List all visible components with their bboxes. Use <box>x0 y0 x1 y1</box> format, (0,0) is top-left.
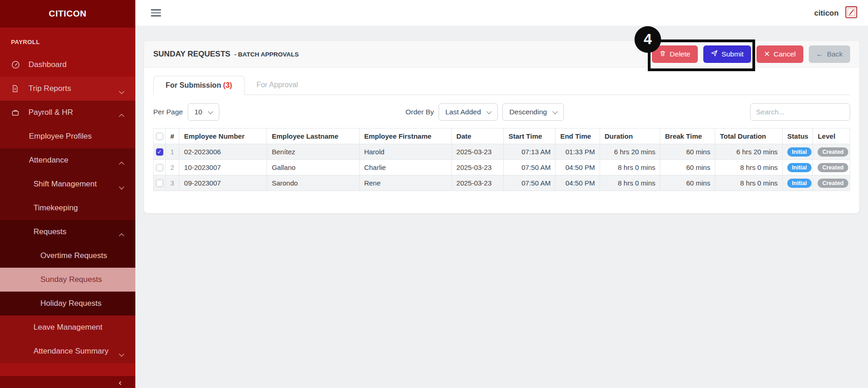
sidebar-item-requests[interactable]: Requests <box>0 220 135 244</box>
sidebar-item-label: Overtime Requests <box>40 251 107 260</box>
sidebar-item-payroll-hr[interactable]: Payroll & HR <box>0 101 135 124</box>
brand-text: CITICON <box>49 9 86 19</box>
order-field-select[interactable]: Last Added <box>439 103 498 121</box>
sidebar-item-overtime-requests[interactable]: Overtime Requests <box>0 244 135 268</box>
chevron-up-icon <box>120 158 123 167</box>
sidebar-item-label: Sunday Requests <box>40 275 102 284</box>
hamburger-menu-button[interactable] <box>151 9 161 17</box>
chevron-down-icon <box>553 109 558 114</box>
card-header: SUNDAY REQUESTS - BATCH APPROVALS Delete <box>144 41 859 67</box>
user-menu[interactable]: citicon <box>814 9 839 17</box>
col-header: Total Duration <box>715 129 783 144</box>
sidebar-item-label: Leave Management <box>33 323 102 332</box>
cell-start-time: 07:13 AM <box>504 144 556 160</box>
send-icon <box>711 50 718 58</box>
submit-button[interactable]: Submit <box>703 45 751 63</box>
cell-start-time: 07:50 AM <box>504 175 556 191</box>
cell-total-duration: 8 hrs 0 mins <box>715 160 783 175</box>
row-checkbox-checked[interactable]: ✓ <box>156 148 163 156</box>
per-page-select[interactable]: 10 <box>188 103 219 121</box>
level-badge: Created <box>818 147 848 157</box>
table-row: 3 09-2023007 Sarondo Rene 2025-03-23 07:… <box>154 175 850 191</box>
col-header: # <box>166 129 179 144</box>
sidebar-item-leave-management[interactable]: Leave Management <box>0 315 135 339</box>
order-direction-select[interactable]: Descending <box>502 103 564 121</box>
signature-logo-icon[interactable] <box>845 6 858 21</box>
sidebar-section-payroll: PAYROLL <box>0 28 135 53</box>
sidebar-item-trip-reports[interactable]: Trip Reports <box>0 77 135 101</box>
cell-date: 2025-03-23 <box>451 175 504 191</box>
briefcase-icon <box>11 108 21 117</box>
tab-for-submission[interactable]: For Submission (3) <box>153 76 245 95</box>
chevron-down-icon <box>120 182 123 191</box>
sidebar-item-label: Timekeeping <box>33 203 78 213</box>
sidebar-item-label: Employee Profiles <box>29 132 92 141</box>
col-header: Status <box>783 129 813 144</box>
cell-duration: 8 hrs 0 mins <box>600 175 660 191</box>
topbar: citicon <box>135 0 868 26</box>
chevron-down-icon <box>487 109 492 114</box>
chevron-down-icon <box>120 349 123 358</box>
tab-for-approval[interactable]: For Approval <box>245 76 310 95</box>
sidebar-item-label: Attendance <box>29 156 68 165</box>
col-header: Level <box>813 129 850 144</box>
sidebar-nav: PAYROLL Dashboard Trip Reports Payroll &… <box>0 28 135 363</box>
sidebar-item-attendance-summary[interactable]: Attendance Summary <box>0 339 135 363</box>
order-by-group: Order By Last Added Descending <box>406 103 564 121</box>
status-badge: Initial <box>787 147 812 157</box>
sidebar-item-holiday-requests[interactable]: Holiday Requests <box>0 292 135 315</box>
per-page-label: Per Page <box>153 108 183 116</box>
sidebar-item-dashboard[interactable]: Dashboard <box>0 53 135 77</box>
tab-count-badge: (3) <box>223 81 232 89</box>
table-row: ✓ 1 02-2023006 Benítez Harold 2025-03-23… <box>154 144 850 160</box>
select-all-checkbox[interactable] <box>156 133 163 140</box>
sidebar-item-sunday-requests[interactable]: Sunday Requests <box>0 268 135 292</box>
cell-total-duration: 8 hrs 0 mins <box>715 175 783 191</box>
cell-employee-number: 10-2023007 <box>179 160 267 175</box>
sidebar-item-attendance[interactable]: Attendance <box>0 148 135 172</box>
tab-bar: For Submission (3) For Approval <box>153 76 850 95</box>
sidebar-item-timekeeping[interactable]: Timekeeping <box>0 196 135 220</box>
cell-employee-number: 02-2023006 <box>179 144 267 160</box>
level-badge: Created <box>818 163 848 172</box>
row-checkbox[interactable] <box>156 180 163 187</box>
select-all-header <box>154 129 166 144</box>
search-input[interactable] <box>750 103 850 121</box>
row-checkbox[interactable] <box>156 164 163 171</box>
chevron-down-icon <box>120 86 123 96</box>
x-icon: ✕ <box>764 51 770 58</box>
cell-lastname: Benítez <box>267 144 359 160</box>
requests-table: # Employee Number Employee Lastname Empl… <box>153 128 850 191</box>
cell-firstname: Harold <box>359 144 451 160</box>
sidebar-item-label: Holiday Requests <box>40 299 101 308</box>
cancel-button[interactable]: ✕ Cancel <box>757 45 803 63</box>
gauge-icon <box>11 60 21 69</box>
delete-button[interactable]: Delete <box>652 45 698 63</box>
back-button[interactable]: ← Back <box>809 45 850 63</box>
sidebar-item-label: Requests <box>33 227 67 236</box>
annotated-button-group: Delete Submit 4 <box>652 45 751 63</box>
col-header: Start Time <box>504 129 556 144</box>
cell-start-time: 07:50 AM <box>504 160 556 175</box>
cell-break-time: 60 mins <box>660 144 715 160</box>
cell-lastname: Gallano <box>267 160 359 175</box>
row-number: 1 <box>166 144 179 160</box>
cell-date: 2025-03-23 <box>451 144 504 160</box>
sidebar-item-label: Shift Management <box>33 180 97 189</box>
col-header: Employee Lastname <box>267 129 359 144</box>
sidebar-item-employee-profiles[interactable]: Employee Profiles <box>0 124 135 148</box>
sidebar-filler <box>0 363 135 376</box>
col-header: Employee Firstname <box>359 129 451 144</box>
order-by-label: Order By <box>406 108 434 116</box>
col-header: Duration <box>600 129 660 144</box>
sidebar-item-label: Payroll & HR <box>28 108 73 117</box>
sidebar-collapse-button[interactable]: ‹ <box>0 376 135 388</box>
content: SUNDAY REQUESTS - BATCH APPROVALS Delete <box>135 26 868 388</box>
file-icon <box>11 84 21 93</box>
sidebar-item-shift-management[interactable]: Shift Management <box>0 172 135 196</box>
cell-firstname: Charlie <box>359 160 451 175</box>
sunday-requests-card: SUNDAY REQUESTS - BATCH APPROVALS Delete <box>144 40 860 214</box>
header-actions: Delete Submit 4 <box>652 45 850 63</box>
sidebar-brand[interactable]: CITICON <box>0 0 135 28</box>
page-title-main: SUNDAY REQUESTS <box>153 50 230 58</box>
